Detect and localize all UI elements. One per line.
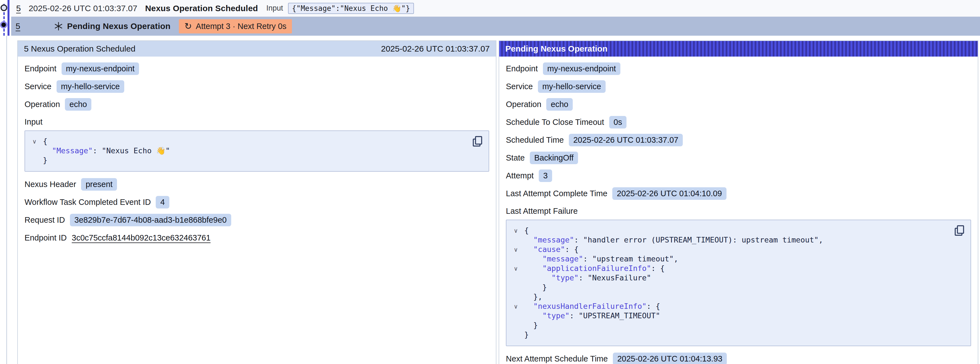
field-row: Service my-hello-service bbox=[24, 80, 489, 93]
field-value-badge: 2025-02-26 UTC 01:03:37.07 bbox=[569, 134, 683, 146]
event-id-link[interactable]: 5 bbox=[16, 4, 21, 13]
field-value-badge: present bbox=[81, 178, 117, 191]
event-detail-timestamp: 2025-02-26 UTC 01:03:37.07 bbox=[381, 44, 490, 54]
event-id-link[interactable]: 5 bbox=[16, 21, 20, 31]
field-row: Endpoint my-nexus-endpoint bbox=[506, 62, 971, 75]
field-label: Service bbox=[506, 82, 533, 91]
event-marker-circle-icon bbox=[0, 5, 7, 11]
event-detail-panels: 5 Nexus Operation Scheduled 2025-02-26 U… bbox=[17, 40, 978, 364]
event-history-view: 5 2025-02-26 UTC 01:03:37.07 Nexus Opera… bbox=[0, 0, 980, 364]
copy-icon bbox=[472, 136, 483, 148]
event-detail-title: 5 Nexus Operation Scheduled bbox=[24, 44, 135, 54]
json-line: "type": "UPSTREAM_TIMEOUT" bbox=[524, 311, 951, 321]
event-timestamp: 2025-02-26 UTC 01:03:37.07 bbox=[29, 4, 137, 13]
event-detail-header: 5 Nexus Operation Scheduled 2025-02-26 U… bbox=[18, 41, 496, 57]
failure-section-label: Last Attempt Failure bbox=[506, 206, 971, 216]
field-label: Scheduled Time bbox=[506, 136, 564, 145]
json-line: ∨{ bbox=[524, 226, 951, 235]
field-value-badge: 2025-02-26 UTC 01:04:13.93 bbox=[613, 353, 727, 364]
field-value-badge: my-nexus-endpoint bbox=[543, 62, 620, 75]
collapse-chevron-icon[interactable]: ∨ bbox=[514, 245, 518, 254]
copy-icon bbox=[954, 225, 965, 237]
field-row: Service my-hello-service bbox=[506, 80, 971, 93]
json-line: ∨ "cause": { bbox=[524, 245, 951, 254]
json-line: } bbox=[524, 321, 951, 330]
field-row: Nexus Header present bbox=[24, 178, 489, 191]
pending-operation-icon bbox=[54, 21, 63, 31]
field-row: Operation echo bbox=[506, 98, 971, 111]
json-line: }, bbox=[524, 292, 951, 302]
collapse-chevron-icon[interactable]: ∨ bbox=[32, 137, 37, 146]
json-line: "message": "upstream timeout", bbox=[524, 254, 951, 263]
field-value-badge: 0s bbox=[609, 116, 627, 128]
field-value-badge: my-hello-service bbox=[57, 80, 124, 93]
endpoint-id-link[interactable]: 3c0c75ccfa8144b092c13ce632463761 bbox=[72, 233, 211, 243]
field-label: Endpoint bbox=[506, 64, 538, 73]
field-row: Endpoint my-nexus-endpoint bbox=[24, 62, 489, 75]
event-name: Nexus Operation Scheduled bbox=[145, 4, 258, 13]
collapse-chevron-icon[interactable]: ∨ bbox=[514, 264, 518, 273]
failure-json-viewer: ∨{ "message": "handler error (UPSTREAM_T… bbox=[506, 220, 971, 346]
field-row: Next Attempt Schedule Time 2025-02-26 UT… bbox=[506, 352, 971, 364]
field-row: Request ID 3e829b7e-7d67-4b08-aad3-b1e86… bbox=[24, 214, 489, 226]
field-row: Operation echo bbox=[24, 98, 489, 111]
field-label: Last Attempt Complete Time bbox=[506, 189, 607, 198]
json-line: } bbox=[524, 283, 951, 292]
field-label: Attempt bbox=[506, 171, 534, 180]
field-value-badge: my-nexus-endpoint bbox=[62, 62, 139, 75]
pending-operation-title: Pending Nexus Operation bbox=[67, 21, 170, 31]
json-line: "message": "handler error (UPSTREAM_TIME… bbox=[524, 235, 951, 245]
field-label: State bbox=[506, 153, 525, 163]
copy-button[interactable] bbox=[471, 136, 484, 148]
retry-attempt-badge: ↻ Attempt 3 · Next Retry 0s bbox=[179, 19, 292, 34]
json-line: ∨ "nexusHandlerFailureInfo": { bbox=[524, 302, 951, 311]
field-value-badge: my-hello-service bbox=[538, 80, 606, 93]
field-label: Next Attempt Schedule Time bbox=[506, 354, 608, 364]
field-label: Request ID bbox=[24, 216, 65, 225]
timeline-track bbox=[6, 36, 7, 364]
input-section-label: Input bbox=[24, 117, 489, 126]
pending-panel-header: Pending Nexus Operation bbox=[499, 41, 978, 57]
field-row: Workflow Task Completed Event ID 4 bbox=[24, 196, 489, 209]
input-preview-badge: {"Message":"Nexus Echo 👋"} bbox=[288, 3, 414, 14]
selected-event-bar bbox=[8, 0, 10, 36]
json-line: } bbox=[43, 155, 469, 165]
input-json-viewer: ∨{ "Message": "Nexus Echo 👋" } bbox=[24, 131, 489, 172]
json-line: ∨{ bbox=[43, 137, 469, 146]
json-line: } bbox=[524, 330, 951, 340]
field-label: Endpoint bbox=[24, 64, 57, 73]
pending-operation-row[interactable]: 5 Pending Nexus Operation ↻ Attempt 3 · … bbox=[11, 17, 980, 36]
retry-icon: ↻ bbox=[185, 22, 192, 31]
field-row: Endpoint ID 3c0c75ccfa8144b092c13ce63246… bbox=[24, 231, 489, 244]
field-label: Workflow Task Completed Event ID bbox=[24, 198, 151, 207]
collapse-chevron-icon[interactable]: ∨ bbox=[514, 226, 518, 236]
field-label: Schedule To Close Timeout bbox=[506, 118, 604, 127]
field-label: Endpoint ID bbox=[24, 233, 67, 243]
field-row: Schedule To Close Timeout 0s bbox=[506, 116, 971, 128]
input-label: Input bbox=[266, 4, 283, 13]
event-summary-row[interactable]: 5 2025-02-26 UTC 01:03:37.07 Nexus Opera… bbox=[11, 0, 980, 17]
pending-panel-body: Endpoint my-nexus-endpoint Service my-he… bbox=[499, 57, 978, 364]
field-label: Operation bbox=[24, 100, 60, 109]
event-details-panel: 5 Nexus Operation Scheduled 2025-02-26 U… bbox=[17, 40, 496, 364]
field-row: Attempt 3 bbox=[506, 169, 971, 182]
field-value-badge: 3e829b7e-7d67-4b08-aad3-b1e868bfe9e0 bbox=[70, 214, 231, 226]
collapse-chevron-icon[interactable]: ∨ bbox=[514, 302, 518, 311]
json-line: "type": "NexusFailure" bbox=[524, 273, 951, 283]
pending-panel-title: Pending Nexus Operation bbox=[505, 44, 608, 54]
retry-attempt-label: Attempt 3 · Next Retry 0s bbox=[196, 22, 286, 31]
copy-button[interactable] bbox=[953, 225, 966, 238]
field-value-badge: 2025-02-26 UTC 01:04:10.09 bbox=[612, 187, 726, 200]
field-label: Nexus Header bbox=[24, 180, 76, 189]
field-value-badge: echo bbox=[65, 98, 91, 111]
field-row: State BackingOff bbox=[506, 151, 971, 164]
event-detail-body: Endpoint my-nexus-endpoint Service my-he… bbox=[18, 57, 496, 255]
field-value-badge: BackingOff bbox=[530, 152, 578, 164]
field-value-badge: echo bbox=[546, 98, 573, 111]
pending-marker-dot-icon bbox=[0, 21, 7, 29]
field-row: Scheduled Time 2025-02-26 UTC 01:03:37.0… bbox=[506, 134, 971, 146]
field-value-badge: 4 bbox=[156, 196, 169, 209]
field-label: Operation bbox=[506, 100, 541, 109]
json-line: "Message": "Nexus Echo 👋" bbox=[43, 146, 469, 155]
field-row: Last Attempt Complete Time 2025-02-26 UT… bbox=[506, 187, 971, 200]
